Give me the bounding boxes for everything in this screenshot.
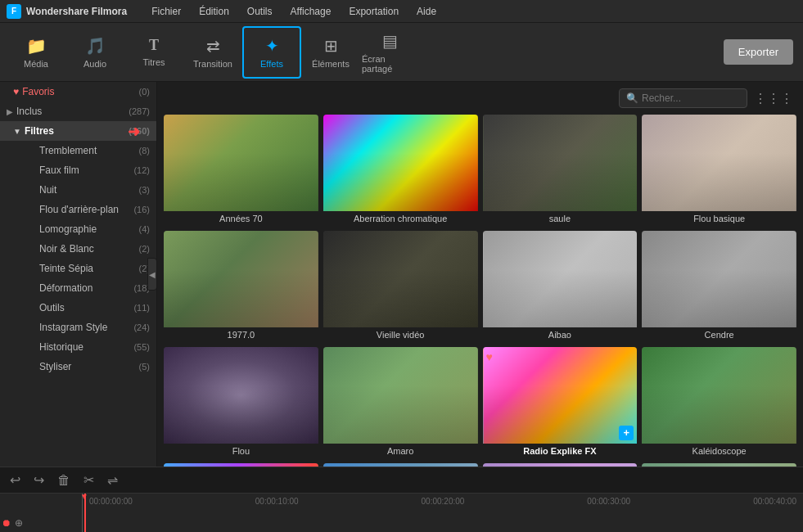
toolbar-elements[interactable]: ⊞ Éléments <box>301 26 360 79</box>
playhead[interactable] <box>84 494 86 532</box>
search-input[interactable] <box>642 92 740 104</box>
content-header: 🔍 ⋮⋮⋮ <box>164 88 796 108</box>
timeline-track-area: 00:00:00:00 00:00:10:00 00:00:20:00 00:0… <box>82 494 803 532</box>
grid-options-icon[interactable]: ⋮⋮⋮ <box>754 91 793 106</box>
filter-item-flou2[interactable]: Flou <box>164 347 318 458</box>
favoris-count: (0) <box>139 87 150 97</box>
time-marker-1: 00:00:10:00 <box>255 497 299 506</box>
redo-button[interactable]: ↪ <box>30 471 47 489</box>
filter-item-tourbillon[interactable]: Tourbillon <box>483 463 638 467</box>
app-logo: F <box>7 4 21 19</box>
timeline-record-btn[interactable]: ⏺ <box>2 517 11 529</box>
menu-affichage[interactable]: Affichage <box>284 4 338 19</box>
filter-thumb-flou2 <box>164 347 318 444</box>
filter-bg-aberration <box>323 115 478 211</box>
filter-bg-miroir <box>323 463 478 467</box>
tremblement-label: Tremblement <box>39 145 97 156</box>
delete-button[interactable]: 🗑 <box>54 471 74 489</box>
sidebar-collapse-btn[interactable]: ◀ <box>147 258 157 291</box>
instagram-label: Instagram Style <box>39 322 107 333</box>
content-area: 🔍 ⋮⋮⋮ Années 70Aberration chromatiquesau… <box>157 82 803 467</box>
filter-item-saule[interactable]: saule <box>483 115 638 226</box>
filter-bg-flou2 <box>164 347 318 444</box>
sidebar-inclus[interactable]: ▶ Inclus (287) <box>0 101 156 121</box>
lomo-count: (4) <box>139 224 150 234</box>
filter-label-aberration: Aberration chromatique <box>323 211 478 226</box>
filter-item-kaleido[interactable]: Kaléidoscope <box>642 347 796 458</box>
sidebar-favoris[interactable]: ♥ Favoris (0) <box>0 82 156 101</box>
menu-edition[interactable]: Édition <box>192 4 236 19</box>
filter-item-aberration[interactable]: Aberration chromatique <box>323 115 478 226</box>
filter-thumb-cendre <box>642 231 796 327</box>
sidebar-tremblement[interactable]: Tremblement (8) <box>0 141 156 160</box>
filter-thumb-aberration <box>323 115 478 211</box>
effets-icon: ✦ <box>265 36 279 56</box>
cut-button[interactable]: ✂ <box>80 471 97 489</box>
toolbar-effets[interactable]: ✦ Effets <box>242 26 301 79</box>
filter-item-lueur[interactable]: lueur <box>642 463 796 467</box>
filter-thumb-annees70 <box>164 115 318 211</box>
sidebar-styliser[interactable]: Styliser (5) <box>0 357 156 376</box>
filter-thumb-flou_basique <box>642 115 796 211</box>
menu-aide[interactable]: Aide <box>410 4 443 19</box>
filter-plus-icon[interactable]: + <box>619 426 634 440</box>
sepia-label: Teinte Sépia <box>39 263 93 274</box>
filter-item-aibao[interactable]: Aibao <box>483 231 638 342</box>
toolbar-ecran[interactable]: ▤ Écran partagé <box>360 26 419 79</box>
sidebar-deformation[interactable]: Déformation (18) <box>0 278 156 298</box>
instagram-count: (24) <box>133 322 150 332</box>
filter-thumb-amaro <box>323 347 478 444</box>
sidebar-flou-arriere[interactable]: Flou d'arrière-plan (16) <box>0 200 156 219</box>
main-area: ♥ Favoris (0) ▶ Inclus (287) ▼ Filtres (… <box>0 82 803 467</box>
favoris-label: Favoris <box>22 86 54 97</box>
filter-bg-amaro <box>323 347 478 444</box>
timeline-add-btn[interactable]: ⊕ <box>15 517 23 529</box>
filter-item-cendre[interactable]: Cendre <box>642 231 796 342</box>
inclus-label: Inclus <box>16 106 42 117</box>
toolbar-media-label: Média <box>24 59 48 69</box>
menu-exportation[interactable]: Exportation <box>342 4 405 19</box>
filter-item-1977[interactable]: 1977.0 <box>164 231 318 342</box>
toolbar-titres[interactable]: T Titres <box>124 26 183 79</box>
filtres-arrow: ▼ <box>13 127 21 136</box>
sidebar-nuit[interactable]: Nuit (3) <box>0 180 156 200</box>
filter-thumb-lueur <box>642 463 796 467</box>
sidebar-sepia[interactable]: Teinte Sépia (2) <box>0 259 156 278</box>
sidebar-noir-blanc[interactable]: Noir & Blanc (2) <box>0 239 156 259</box>
elements-icon: ⊞ <box>324 36 338 56</box>
filter-item-flou_basique[interactable]: Flou basique <box>642 115 796 226</box>
undo-button[interactable]: ↩ <box>7 471 24 489</box>
menu-outils[interactable]: Outils <box>241 4 279 19</box>
media-icon: 📁 <box>26 36 47 56</box>
toolbar-media[interactable]: 📁 Média <box>7 26 65 79</box>
sidebar-filtres[interactable]: ▼ Filtres (160) ➜ <box>0 121 156 141</box>
sidebar-lomographie[interactable]: Lomographie (4) <box>0 219 156 239</box>
filter-bg-aibao <box>483 231 638 327</box>
adjust-button[interactable]: ⇌ <box>104 471 121 489</box>
noir-blanc-count: (2) <box>139 244 150 254</box>
sidebar-instagram[interactable]: Instagram Style (24) <box>0 318 156 337</box>
sidebar-outils[interactable]: Outils (11) <box>0 298 156 318</box>
filter-bg-lueur <box>642 463 796 467</box>
filter-item-amaro[interactable]: Amaro <box>323 347 478 458</box>
sidebar-historique[interactable]: Historique (55) <box>0 337 156 357</box>
filter-item-radio[interactable]: ♥+Radio Explike FX <box>483 347 638 458</box>
filter-label-vieille: Vieille vidéo <box>323 327 478 342</box>
filter-item-vieille[interactable]: Vieille vidéo <box>323 231 478 342</box>
filters-grid: Années 70Aberration chromatiquesauleFlou… <box>164 115 796 467</box>
filter-bg-radio <box>483 347 638 444</box>
filter-label-1977: 1977.0 <box>164 327 318 342</box>
toolbar-audio[interactable]: 🎵 Audio <box>65 26 124 79</box>
flou-arriere-count: (16) <box>133 205 150 214</box>
menu-fichier[interactable]: Fichier <box>145 4 187 19</box>
filter-item-annees70[interactable]: Années 70 <box>164 115 318 226</box>
toolbar-transition[interactable]: ⇄ Transition <box>183 26 242 79</box>
filter-item-eclat[interactable]: Éclat <box>164 463 318 467</box>
sidebar-faux-film[interactable]: Faux film (12) <box>0 160 156 180</box>
app-name: Wondershare Filmora <box>26 6 127 17</box>
time-marker-3: 00:00:30:00 <box>587 497 630 506</box>
export-button[interactable]: Exporter <box>724 39 793 65</box>
toolbar-effets-label: Effets <box>260 59 283 69</box>
filter-bg-eclat <box>164 463 318 467</box>
filter-item-miroir[interactable]: Miroir <box>323 463 478 467</box>
